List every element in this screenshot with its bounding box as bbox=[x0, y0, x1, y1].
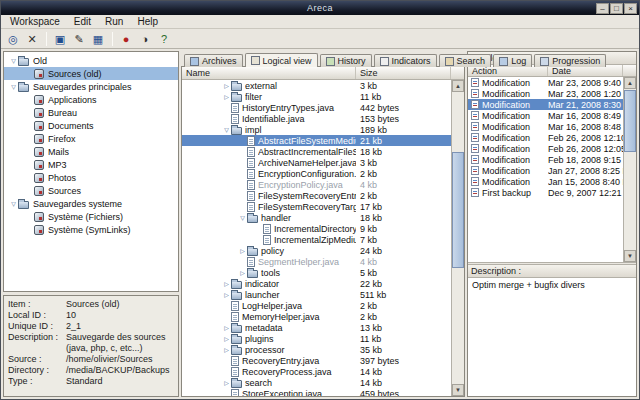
help-icon[interactable]: ? bbox=[155, 31, 173, 47]
workspace-tree-row[interactable]: Système (Fichiers) bbox=[4, 210, 178, 223]
expand-arrow-icon[interactable] bbox=[222, 281, 231, 287]
file-tree-row[interactable]: Identifiable.java 153 bytes bbox=[182, 113, 451, 124]
tab[interactable]: Search bbox=[439, 54, 492, 67]
file-tree-row[interactable]: launcher 511 kb bbox=[182, 289, 451, 300]
scrollbar-thumb[interactable] bbox=[452, 152, 464, 268]
file-tree-row[interactable]: search 14 kb bbox=[182, 377, 451, 388]
file-tree-row[interactable]: impl 189 kb bbox=[182, 124, 451, 135]
vertical-scrollbar[interactable]: ▲ ▼ bbox=[451, 80, 464, 396]
tab[interactable]: Progression bbox=[534, 54, 606, 67]
workspace-tree-row[interactable]: Mails bbox=[4, 145, 178, 158]
history-row[interactable]: Modification Feb 26, 2008 12:05 AM bbox=[468, 143, 623, 154]
workspace-tree-row[interactable]: Applications bbox=[4, 93, 178, 106]
expand-arrow-icon[interactable] bbox=[222, 94, 231, 100]
workspace-tree-row[interactable]: Sauvegardes systeme bbox=[4, 197, 178, 210]
expand-arrow-icon[interactable] bbox=[222, 127, 231, 133]
file-tree-row[interactable]: indicator 22 kb bbox=[182, 278, 451, 289]
file-tree-row[interactable]: FileSystemRecoveryEntry.java 2 kb bbox=[182, 190, 451, 201]
history-icon[interactable]: ◑ bbox=[136, 31, 154, 47]
column-header-name[interactable]: Name bbox=[182, 67, 356, 79]
workspace-tree-row[interactable]: Système (SymLinks) bbox=[4, 223, 178, 236]
expand-arrow-icon[interactable] bbox=[238, 215, 247, 221]
expand-arrow-icon[interactable] bbox=[222, 325, 231, 331]
tab[interactable]: History bbox=[320, 54, 372, 67]
column-header-size[interactable]: Size bbox=[356, 67, 451, 79]
file-tree-row[interactable]: MemoryHelper.java 2 kb bbox=[182, 311, 451, 322]
workspace-tree-row[interactable]: Sources (old) bbox=[4, 67, 178, 80]
workspace-tree-row[interactable]: Documents bbox=[4, 119, 178, 132]
expand-arrow-icon[interactable] bbox=[9, 84, 18, 90]
file-tree-row[interactable]: external 3 kb bbox=[182, 80, 451, 91]
expand-arrow-icon[interactable] bbox=[222, 83, 231, 89]
history-row[interactable]: Modification Jan 27, 2008 8:25 PM bbox=[468, 165, 623, 176]
scroll-up-icon[interactable]: ▲ bbox=[452, 80, 464, 92]
expand-arrow-icon[interactable] bbox=[222, 336, 231, 342]
file-tree-row[interactable]: EncryptionPolicy.java 4 kb bbox=[182, 179, 451, 190]
file-tree-row[interactable]: SegmentHelper.java 4 kb bbox=[182, 256, 451, 267]
vertical-scrollbar[interactable]: ▲ ▼ bbox=[623, 77, 636, 262]
expand-arrow-icon[interactable] bbox=[222, 292, 231, 298]
close-button[interactable]: × bbox=[624, 3, 637, 14]
history-row[interactable]: Modification Mar 23, 2008 1:20 PM bbox=[468, 88, 623, 99]
history-row[interactable]: Modification Feb 18, 2008 9:15 PM bbox=[468, 154, 623, 165]
expand-arrow-icon[interactable] bbox=[238, 248, 247, 254]
file-tree-row[interactable]: HistoryEntryTypes.java 442 bytes bbox=[182, 102, 451, 113]
file-tree-row[interactable]: IncrementalDirectoryMedium.java 9 kb bbox=[182, 223, 451, 234]
file-tree-row[interactable]: handler 18 kb bbox=[182, 212, 451, 223]
scroll-down-icon[interactable]: ▼ bbox=[624, 250, 636, 262]
history-row[interactable]: Modification Feb 26, 2008 12:10 AM bbox=[468, 132, 623, 143]
workspace-tree-row[interactable]: Old bbox=[4, 54, 178, 67]
file-tree-row[interactable]: metadata 13 kb bbox=[182, 322, 451, 333]
file-tree-row[interactable]: AbstractFileSystemMedium.java 21 kb bbox=[182, 135, 451, 146]
title-bar[interactable]: Areca – □ × bbox=[1, 1, 639, 15]
new-target-icon[interactable]: ◎ bbox=[4, 31, 22, 47]
menu-item[interactable]: Run bbox=[98, 16, 130, 27]
file-tree-row[interactable]: IncrementalZipMedium.java 7 kb bbox=[182, 234, 451, 245]
delete-target-icon[interactable]: ✕ bbox=[23, 31, 41, 47]
description-box[interactable]: Optim merge + bugfix divers bbox=[468, 278, 636, 396]
file-tree-row[interactable]: RecoveryEntry.java 397 bytes bbox=[182, 355, 451, 366]
workspace-tree-row[interactable]: Bureau bbox=[4, 106, 178, 119]
scroll-up-icon[interactable]: ▲ bbox=[624, 77, 636, 89]
workspace-tree-row[interactable]: MP3 bbox=[4, 158, 178, 171]
file-tree-row[interactable]: tools 5 kb bbox=[182, 267, 451, 278]
workspace-tree-row[interactable]: Sources bbox=[4, 184, 178, 197]
duplicate-target-icon[interactable]: ▣ bbox=[51, 31, 69, 47]
file-tree-row[interactable]: FileSystemRecoveryTarget.java 17 kb bbox=[182, 201, 451, 212]
history-row[interactable]: Modification Mar 16, 2008 8:49 PM bbox=[468, 110, 623, 121]
history-row[interactable]: Modification Mar 16, 2008 8:48 PM bbox=[468, 121, 623, 132]
tab[interactable]: Indicators bbox=[374, 54, 437, 67]
menu-item[interactable]: Edit bbox=[67, 16, 98, 27]
file-tree-row[interactable]: AbstractIncrementalFileSystemMedi 18 kb bbox=[182, 146, 451, 157]
expand-arrow-icon[interactable] bbox=[222, 380, 231, 386]
file-tree-row[interactable]: policy 24 kb bbox=[182, 245, 451, 256]
menu-item[interactable]: Workspace bbox=[3, 16, 67, 27]
tab[interactable]: Log bbox=[493, 54, 532, 67]
workspace-tree-row[interactable]: Photos bbox=[4, 171, 178, 184]
workspace-tree-row[interactable]: Firefox bbox=[4, 132, 178, 145]
expand-arrow-icon[interactable] bbox=[222, 347, 231, 353]
history-row[interactable]: First backup Dec 9, 2007 12:21 PM bbox=[468, 187, 623, 198]
file-tree-row[interactable]: EncryptionConfiguration.java 2 kb bbox=[182, 168, 451, 179]
history-row[interactable]: Modification Jan 15, 2008 8:40 PM bbox=[468, 176, 623, 187]
view-icon[interactable]: ▦ bbox=[89, 31, 107, 47]
expand-arrow-icon[interactable] bbox=[9, 58, 18, 64]
expand-arrow-icon[interactable] bbox=[9, 201, 18, 207]
file-tree-row[interactable]: processor 35 kb bbox=[182, 344, 451, 355]
file-tree-row[interactable]: filter 11 kb bbox=[182, 91, 451, 102]
scroll-down-icon[interactable]: ▼ bbox=[452, 384, 464, 396]
edit-target-icon[interactable]: ✎ bbox=[70, 31, 88, 47]
backup-icon[interactable]: ● bbox=[117, 31, 135, 47]
scrollbar-thumb[interactable] bbox=[624, 90, 636, 152]
file-tree-row[interactable]: ArchiveNameHelper.java 3 kb bbox=[182, 157, 451, 168]
file-tree-row[interactable]: plugins 11 kb bbox=[182, 333, 451, 344]
file-tree-row[interactable]: LogHelper.java 2 kb bbox=[182, 300, 451, 311]
file-tree-row[interactable]: StoreException.java 459 bytes bbox=[182, 388, 451, 396]
tab[interactable]: Archives bbox=[184, 54, 243, 67]
history-row[interactable]: Modification Mar 23, 2008 9:40 PM bbox=[468, 77, 623, 88]
menu-item[interactable]: Help bbox=[130, 16, 165, 27]
minimize-button[interactable]: – bbox=[596, 3, 609, 14]
maximize-button[interactable]: □ bbox=[610, 3, 623, 14]
expand-arrow-icon[interactable] bbox=[238, 270, 247, 276]
workspace-tree-row[interactable]: Sauvegardes principales bbox=[4, 80, 178, 93]
